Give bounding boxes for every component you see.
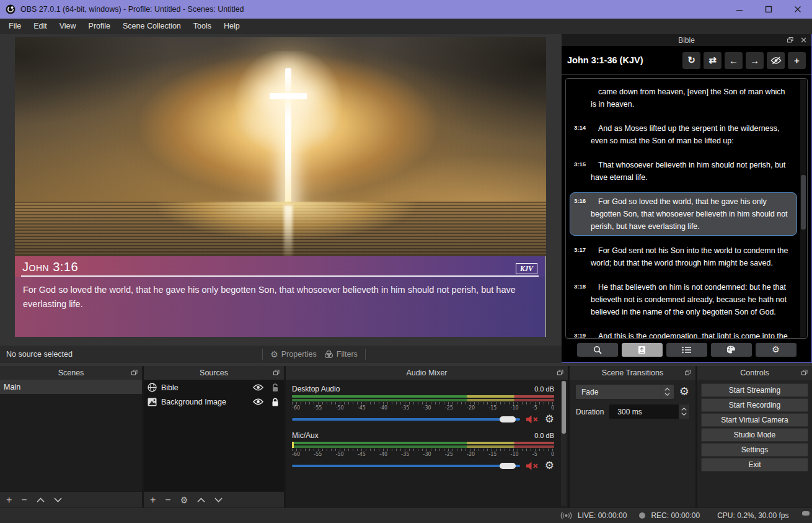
lock-icon[interactable] — [271, 398, 279, 406]
eye-icon[interactable] — [253, 384, 263, 391]
sources-panel: Sources Bible — [144, 366, 284, 507]
remove-source-button[interactable]: − — [165, 495, 170, 505]
move-scene-down-button[interactable] — [54, 498, 62, 503]
scene-item[interactable]: Main — [0, 380, 142, 394]
verse-list-container: came down from heaven, [even] the Son of… — [565, 78, 808, 339]
scenes-header[interactable]: Scenes — [0, 366, 142, 380]
verse-item[interactable]: 3:16 For God so loved the world, that he… — [570, 192, 797, 236]
float-dock-icon[interactable] — [801, 370, 808, 375]
volume-slider-handle[interactable] — [500, 416, 516, 422]
verse-item[interactable]: 3:14 And as Moses lifted up the serpent … — [570, 119, 797, 150]
menu-item[interactable]: Profile — [82, 19, 117, 34]
source-properties-button[interactable]: ⚙ — [180, 495, 188, 505]
control-button[interactable]: Exit — [701, 458, 808, 472]
mixer-scrollbar-thumb[interactable] — [562, 381, 566, 434]
filters-button[interactable]: Filters — [324, 350, 358, 359]
verse-body: That whosoever believeth in him should n… — [591, 159, 793, 184]
theme-tab-button[interactable] — [711, 343, 752, 357]
float-dock-icon[interactable] — [131, 370, 138, 375]
tick-label: -10 — [511, 405, 519, 411]
add-button[interactable]: + — [788, 52, 806, 69]
maximize-button[interactable] — [754, 0, 783, 19]
control-button[interactable]: Start Streaming — [701, 383, 808, 397]
controls-body: Start StreamingStart RecordingStart Virt… — [697, 380, 812, 507]
volume-slider-handle[interactable] — [500, 463, 516, 469]
close-button[interactable] — [783, 0, 812, 19]
verse-body: And as Moses lifted up the serpent in th… — [591, 122, 793, 147]
move-source-up-button[interactable] — [197, 498, 205, 503]
sources-header[interactable]: Sources — [144, 366, 284, 380]
bible-dock-titlebar[interactable]: Bible — [562, 34, 811, 46]
passage-tab-button[interactable] — [622, 343, 663, 357]
control-button[interactable]: Start Recording — [701, 398, 808, 412]
settings-tab-button[interactable]: ⚙ — [756, 343, 797, 357]
duration-spinner[interactable] — [679, 405, 689, 419]
menu-item[interactable]: File — [2, 19, 27, 34]
verse-item[interactable]: 3:18 He that believeth on him is not con… — [570, 278, 797, 321]
move-source-down-button[interactable] — [214, 498, 223, 503]
source-row-bible[interactable]: Bible — [144, 380, 284, 395]
search-icon — [593, 346, 602, 354]
scene-transitions-header[interactable]: Scene Transitions — [570, 366, 695, 380]
mixer-scrollbar[interactable] — [561, 381, 567, 506]
duration-input[interactable]: 300 ms — [609, 405, 689, 419]
source-row-background-image[interactable]: Background Image — [144, 395, 284, 409]
move-scene-up-button[interactable] — [37, 498, 45, 503]
refresh-button[interactable]: ↻ — [682, 52, 700, 69]
transition-settings-gear-icon[interactable]: ⚙ — [679, 387, 689, 397]
list-tab-button[interactable] — [666, 343, 707, 357]
menu-item[interactable]: Scene Collection — [117, 19, 187, 34]
float-dock-icon[interactable] — [273, 370, 280, 375]
verse-item[interactable]: 3:17 For God sent not his Son into the w… — [570, 241, 797, 272]
resize-grip[interactable] — [802, 511, 810, 516]
add-source-button[interactable]: + — [150, 495, 156, 505]
properties-button[interactable]: ⚙ Properties — [270, 349, 317, 359]
verse-scrollbar-thumb[interactable] — [801, 175, 806, 230]
verse-item[interactable]: came down from heaven, [even] the Son of… — [570, 83, 797, 114]
water-reflection — [15, 202, 546, 256]
volume-slider[interactable] — [292, 462, 520, 470]
close-dock-icon[interactable] — [801, 37, 806, 43]
float-dock-icon[interactable] — [787, 37, 793, 43]
mic-input-level-indicator — [292, 442, 294, 448]
bible-dock-header: John 3:1-36 (KJV) ↻ ⇄ ← → + — [562, 46, 811, 75]
preview-canvas[interactable]: John 3:16 KJV For God so loved the world… — [15, 37, 546, 337]
eye-icon[interactable] — [253, 398, 263, 405]
previous-button[interactable]: ← — [725, 52, 743, 69]
menu-item[interactable]: Tools — [187, 19, 218, 34]
verse-text: For God so loved the world, that he gave… — [23, 283, 537, 312]
menu-item[interactable]: Edit — [27, 19, 53, 34]
tick-label: 0 — [551, 405, 554, 411]
menu-item[interactable]: Help — [218, 19, 246, 34]
next-button[interactable]: → — [746, 52, 764, 69]
hide-button[interactable] — [767, 52, 785, 69]
swap-button[interactable]: ⇄ — [704, 52, 722, 69]
float-dock-icon[interactable] — [685, 370, 691, 375]
mute-icon[interactable] — [526, 461, 539, 471]
verse-list: came down from heaven, [even] the Son of… — [566, 79, 800, 338]
channel-settings-gear-icon[interactable]: ⚙ — [545, 460, 554, 471]
channel-settings-gear-icon[interactable]: ⚙ — [545, 414, 554, 424]
volume-slider[interactable] — [292, 415, 520, 424]
minimize-button[interactable] — [725, 0, 754, 19]
duration-label: Duration — [576, 408, 604, 416]
menu-item[interactable]: View — [53, 19, 82, 34]
verse-body: And this is the condemnation, that light… — [591, 330, 793, 338]
audio-mixer-header[interactable]: Audio Mixer — [286, 366, 568, 380]
remove-scene-button[interactable]: − — [21, 495, 27, 505]
search-tab-button[interactable] — [577, 343, 618, 357]
verse-item[interactable]: 3:15 That whosoever believeth in him sho… — [570, 156, 797, 187]
float-dock-icon[interactable] — [557, 370, 563, 375]
unlock-icon[interactable] — [271, 383, 279, 392]
add-scene-button[interactable]: + — [6, 495, 12, 505]
control-button[interactable]: Settings — [701, 443, 808, 457]
controls-header[interactable]: Controls — [697, 366, 812, 380]
transition-select[interactable]: Fade — [576, 385, 674, 399]
verse-item[interactable]: 3:19 And this is the condemnation, that … — [570, 327, 797, 338]
verse-scrollbar[interactable] — [800, 79, 806, 337]
control-button[interactable]: Studio Mode — [701, 428, 808, 442]
select-spinner[interactable] — [661, 385, 674, 399]
control-button[interactable]: Start Virtual Camera — [701, 413, 808, 427]
mute-icon[interactable] — [526, 414, 539, 424]
tick-label: -45 — [358, 405, 366, 411]
